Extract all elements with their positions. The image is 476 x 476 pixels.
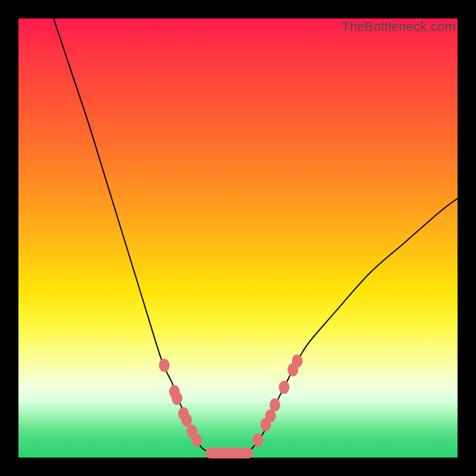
curve-left [54, 18, 212, 453]
data-marker [192, 433, 202, 446]
data-marker [270, 398, 280, 411]
data-marker [181, 414, 192, 427]
markers-right-group [252, 355, 302, 447]
curve-right [247, 199, 458, 453]
data-marker [159, 359, 170, 372]
data-marker [171, 392, 182, 405]
watermark-label: TheBottleneck.com [342, 19, 456, 35]
data-marker [292, 355, 303, 368]
app-frame: TheBottleneck.com [0, 0, 476, 476]
data-marker [278, 381, 289, 394]
data-marker [252, 433, 263, 446]
markers-left-group [159, 359, 202, 446]
chart-svg [18, 18, 458, 458]
curve-trough-marker [205, 448, 253, 459]
